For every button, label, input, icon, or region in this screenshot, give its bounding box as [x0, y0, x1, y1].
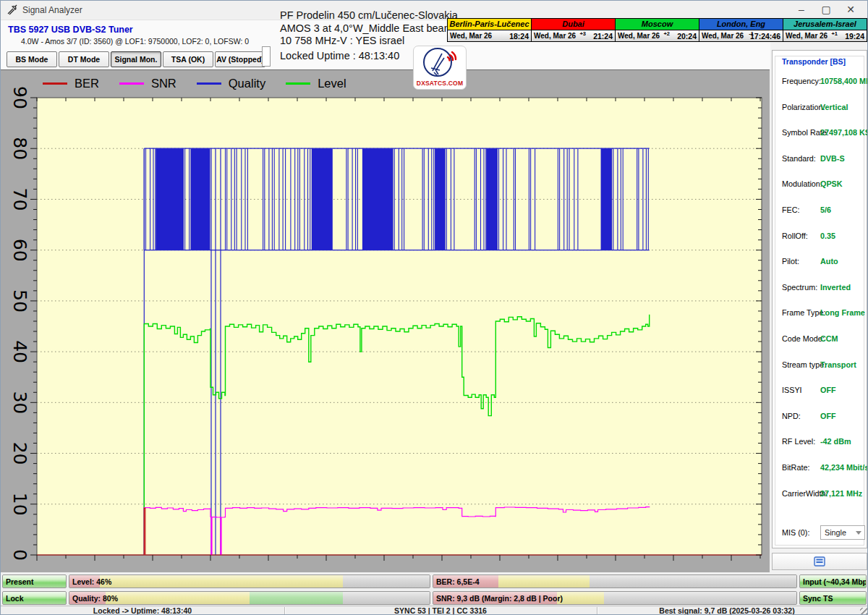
- tab-av[interactable]: AV (Stopped): [215, 51, 265, 67]
- status-best-signal: Best signal: 9,7 dB (2025-03-26 03:32): [597, 606, 857, 615]
- legend-line-icon: [197, 82, 221, 85]
- clock-utc-offset: +3: [579, 30, 586, 37]
- sync-ts-label: Sync TS: [803, 594, 833, 603]
- transponder-value: DVB-S: [820, 154, 845, 163]
- transponder-row: Spectrum:Inverted: [775, 283, 864, 293]
- maximize-button[interactable]: ▢: [815, 1, 837, 20]
- status-bar: Locked -> Uptime: 48:13:40 SYNC 53 | TEI…: [1, 606, 868, 615]
- legend-item-ber: BER: [43, 77, 99, 90]
- window-title: Signal Analyzer: [22, 1, 82, 20]
- transponder-row: CarrierWidth:37,121 MHz: [775, 489, 864, 499]
- transponder-value: 5/6: [820, 205, 831, 214]
- clock-time: 19:24: [845, 32, 864, 41]
- clock-london: London, Eng Wed, Mar 26 -1 17:24:46: [699, 19, 783, 41]
- legend-item-snr: SNR: [119, 77, 176, 90]
- quality-label: Quality: 80%: [72, 594, 118, 603]
- level-label: Level: 46%: [72, 577, 111, 586]
- transponder-value: 42,234 Mbit/s: [820, 463, 868, 472]
- transponder-title: Transponder [BS]: [780, 57, 848, 66]
- tab-dt-mode[interactable]: DT Mode: [59, 51, 109, 67]
- mis-value: Single: [825, 528, 846, 537]
- transponder-value: Vertical: [820, 103, 848, 111]
- transponder-row: Polarization:Vertical: [775, 103, 864, 113]
- legend-line-icon: [286, 82, 310, 85]
- clock-city: London, Eng: [699, 19, 783, 30]
- signal-chart: 0102030405060708090: [1, 70, 770, 573]
- save-settings-button[interactable]: [772, 553, 867, 570]
- site-line-1: PF Prodelin 450 cm/Lučenec-Slovakia: [280, 9, 446, 22]
- mis-label: MIS (0):: [782, 528, 809, 537]
- transponder-value: 10758,400 MHz: [820, 77, 868, 85]
- app-icon: [7, 4, 18, 16]
- chart-panel: BERSNRQualityLevel 0102030405060708090: [1, 69, 770, 572]
- legend-label: Level: [318, 77, 346, 90]
- legend-label: SNR: [151, 77, 176, 90]
- close-button[interactable]: ✕: [840, 1, 861, 20]
- level-zone: [100, 575, 343, 588]
- clock-date: Wed, Mar 26: [618, 32, 660, 40]
- transponder-row: Code Mode:CCM: [775, 334, 864, 344]
- status-sync-tei-cc: SYNC 53 | TEI 2 | CC 3316: [284, 606, 597, 615]
- transponder-value: -42 dBm: [820, 437, 851, 446]
- clock-time: 21:24: [593, 32, 613, 41]
- transponder-value: OFF: [820, 412, 836, 420]
- tab-bs-mode[interactable]: BS Mode: [7, 51, 57, 67]
- tuner-name: TBS 5927 USB DVB-S2 Tuner: [8, 25, 133, 35]
- quality-bar: Quality: 80%: [69, 591, 430, 605]
- ber-bar: BER: 6,5E-4: [433, 574, 797, 588]
- lock-label: Lock: [6, 594, 24, 603]
- lock-indicator: Lock: [2, 591, 67, 605]
- legend-label: BER: [75, 77, 99, 90]
- clock-time: 18:24: [509, 32, 529, 41]
- transponder-row: Frequency:10758,400 MHz: [775, 77, 864, 87]
- transponder-label: Modulation:: [782, 179, 822, 188]
- transponder-row: ISSYIOFF: [775, 386, 864, 396]
- clock-date: Wed, Mar 26: [450, 32, 492, 40]
- quality-zone: [250, 592, 343, 604]
- status-divider: [284, 607, 285, 615]
- transponder-label: FEC:: [782, 205, 800, 214]
- tab-tsa[interactable]: TSA (OK): [163, 51, 213, 67]
- clock-berlin: Berlin-Paris-Lučenec Wed, Mar 26 18:24: [448, 19, 531, 41]
- svg-text:90: 90: [9, 86, 30, 109]
- clock-jerusalem: Jerusalem-Israel Wed, Mar 26 +1 19:24: [783, 19, 867, 41]
- resize-grip[interactable]: [860, 608, 867, 615]
- snr-zone: [604, 592, 796, 604]
- transponder-label: Code Mode:: [782, 334, 825, 343]
- transponder-value: OFF: [820, 386, 836, 394]
- logo-text: DXSATCS.COM: [414, 80, 466, 87]
- transponder-value: Long Frame: [820, 308, 865, 317]
- transponder-row: RollOff:0.35: [775, 232, 864, 242]
- mis-row: MIS (0): Single: [775, 525, 864, 541]
- clock-dubai: Dubai Wed, Mar 26 +3 21:24: [531, 19, 615, 41]
- transponder-value: Inverted: [820, 283, 851, 292]
- chevron-down-icon: [856, 531, 861, 535]
- transponder-label: RF Level:: [782, 437, 815, 446]
- mis-dropdown[interactable]: Single: [820, 525, 865, 540]
- snr-bar: SNR: 9,3 dB (Margin: 2,8 dB | Poor): [433, 591, 797, 605]
- status-locked-uptime: Locked -> Uptime: 48:13:40: [1, 606, 284, 615]
- snr-zone: [557, 592, 604, 604]
- transponder-label: Frame Type:: [782, 308, 825, 317]
- clock-date: Wed, Mar 26: [702, 32, 744, 40]
- transponder-row: FEC:5/6: [775, 205, 864, 216]
- transponder-value: CCM: [820, 334, 838, 343]
- svg-text:50: 50: [9, 289, 30, 313]
- quality-zone: [343, 592, 430, 604]
- minimize-button[interactable]: –: [791, 1, 812, 20]
- clock-utc-offset: +1: [831, 30, 838, 37]
- tab-signal-mon[interactable]: Signal Mon.: [111, 51, 161, 67]
- svg-text:10: 10: [9, 493, 30, 516]
- legend-item-level: Level: [286, 77, 346, 90]
- clock-utc-offset: +2: [663, 30, 670, 37]
- legend-item-quality: Quality: [197, 77, 265, 90]
- transponder-label: Polarization:: [782, 103, 825, 111]
- present-indicator: Present: [2, 574, 67, 588]
- clock-city: Berlin-Paris-Lučenec: [448, 19, 531, 30]
- legend-line-icon: [119, 82, 144, 85]
- transponder-label: RollOff:: [782, 232, 808, 240]
- signal-analyzer-window: Signal Analyzer – ▢ ✕ TBS 5927 USB DVB-S…: [0, 0, 868, 615]
- transponder-label: ISSYI: [782, 386, 802, 394]
- chart-legend: BERSNRQualityLevel: [43, 77, 346, 90]
- transponder-row: Standard:DVB-S: [775, 154, 864, 164]
